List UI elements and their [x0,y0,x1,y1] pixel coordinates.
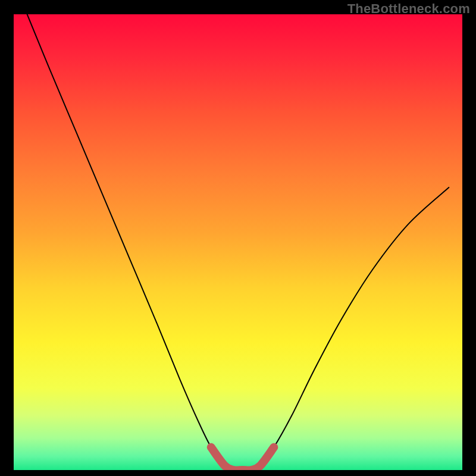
chart-frame: { "watermark": "TheBottleneck.com", "cha… [0,0,476,476]
plot-background [14,14,462,470]
watermark: TheBottleneck.com [347,1,470,17]
chart-svg [0,0,476,476]
